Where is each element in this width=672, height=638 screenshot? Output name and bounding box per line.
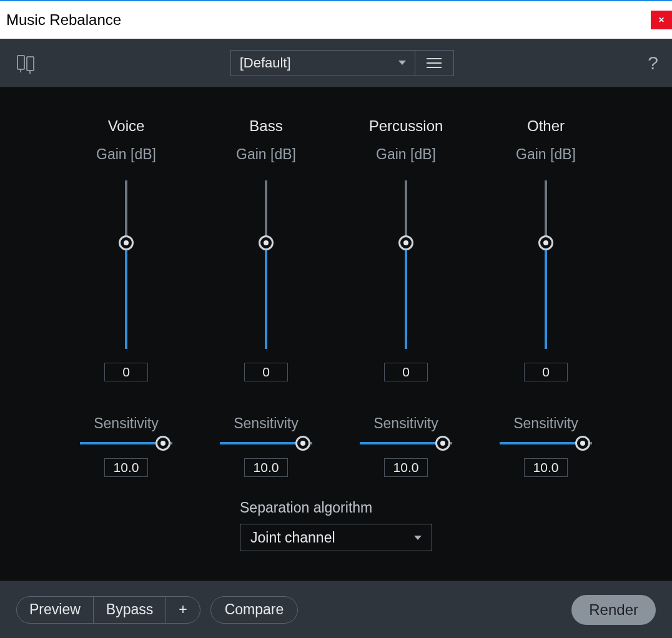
- add-button[interactable]: +: [166, 597, 199, 623]
- slider-thumb-icon[interactable]: [575, 436, 590, 451]
- sensitivity-label: Sensitivity: [373, 415, 438, 432]
- gain-slider-bass[interactable]: [265, 180, 267, 349]
- sensitivity-value-bass[interactable]: 10.0: [244, 458, 288, 477]
- gain-value-percussion[interactable]: 0: [384, 363, 428, 381]
- slider-thumb-icon[interactable]: [119, 235, 134, 250]
- titlebar: Music Rebalance ✕: [0, 0, 672, 39]
- chevron-down-icon: [414, 536, 422, 540]
- window-title: Music Rebalance: [6, 11, 121, 29]
- slider-thumb-icon[interactable]: [259, 235, 274, 250]
- gain-label: Gain [dB]: [516, 146, 576, 163]
- slider-thumb-icon[interactable]: [435, 436, 450, 451]
- channel-title-other: Other: [527, 117, 565, 135]
- slider-thumb-icon[interactable]: [156, 436, 170, 451]
- close-icon: ✕: [658, 16, 665, 24]
- slider-thumb-icon[interactable]: [398, 235, 413, 250]
- sensitivity-slider-other[interactable]: [500, 442, 592, 444]
- preview-button-group: Preview Bypass +: [16, 596, 200, 624]
- separation-algorithm-value: Joint channel: [250, 529, 335, 546]
- separation-algorithm-label: Separation algorithm: [240, 499, 372, 516]
- sensitivity-slider-bass[interactable]: [220, 442, 312, 444]
- sensitivity-label: Sensitivity: [94, 415, 159, 432]
- gain-slider-percussion[interactable]: [405, 180, 407, 349]
- help-button[interactable]: ?: [648, 52, 658, 74]
- bypass-button[interactable]: Bypass: [94, 597, 166, 623]
- gain-label: Gain [dB]: [376, 146, 436, 163]
- svg-rect-1: [27, 57, 34, 71]
- sensitivity-value-percussion[interactable]: 10.0: [384, 458, 428, 477]
- channel-title-bass: Bass: [249, 117, 282, 135]
- sensitivity-value-voice[interactable]: 10.0: [104, 458, 148, 477]
- gain-label: Gain [dB]: [96, 146, 156, 163]
- gain-value-other[interactable]: 0: [524, 363, 568, 381]
- channel-percussion: PercussionGain [dB]0Sensitivity10.0: [336, 117, 476, 477]
- gain-value-voice[interactable]: 0: [104, 363, 148, 381]
- channel-title-percussion: Percussion: [369, 117, 443, 135]
- chevron-down-icon: [398, 61, 406, 65]
- slider-thumb-icon[interactable]: [538, 235, 553, 250]
- preview-button[interactable]: Preview: [17, 597, 94, 623]
- toolbar: [Default] ?: [0, 39, 672, 87]
- compare-button[interactable]: Compare: [210, 596, 299, 624]
- channel-voice: VoiceGain [dB]0Sensitivity10.0: [56, 117, 196, 477]
- render-button[interactable]: Render: [571, 595, 656, 625]
- footer: Preview Bypass + Compare Render: [0, 581, 672, 638]
- sensitivity-label: Sensitivity: [234, 415, 299, 432]
- separation-algorithm-section: Separation algorithm Joint channel: [240, 499, 432, 551]
- separation-algorithm-select[interactable]: Joint channel: [240, 524, 432, 551]
- music-rebalance-icon: [14, 52, 36, 74]
- gain-label: Gain [dB]: [236, 146, 296, 163]
- slider-thumb-icon[interactable]: [295, 436, 310, 451]
- sensitivity-value-other[interactable]: 10.0: [524, 458, 568, 477]
- svg-rect-0: [17, 56, 24, 69]
- gain-value-bass[interactable]: 0: [244, 363, 288, 381]
- main-panel: VoiceGain [dB]0Sensitivity10.0BassGain […: [0, 87, 672, 581]
- preset-select-value: [Default]: [240, 55, 291, 71]
- sensitivity-slider-percussion[interactable]: [360, 442, 452, 444]
- sensitivity-slider-voice[interactable]: [80, 442, 172, 444]
- preset-select[interactable]: [Default]: [230, 50, 415, 76]
- hamburger-icon: [427, 58, 442, 68]
- gain-slider-voice[interactable]: [125, 180, 127, 349]
- menu-button[interactable]: [415, 50, 454, 76]
- sensitivity-label: Sensitivity: [513, 415, 578, 432]
- close-button[interactable]: ✕: [651, 11, 672, 29]
- gain-slider-other[interactable]: [545, 180, 547, 349]
- channel-title-voice: Voice: [108, 117, 145, 135]
- channel-other: OtherGain [dB]0Sensitivity10.0: [476, 117, 616, 477]
- channel-bass: BassGain [dB]0Sensitivity10.0: [196, 117, 336, 477]
